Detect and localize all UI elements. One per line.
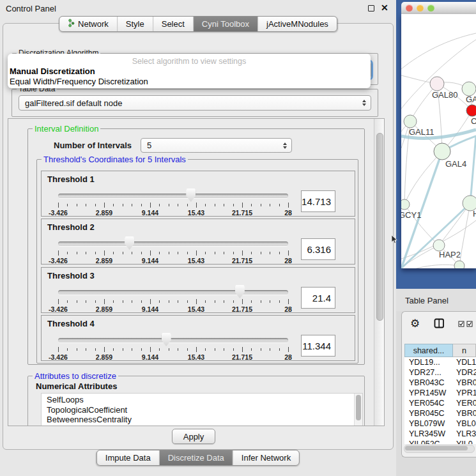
algorithm-option-equal-width-frequency-discretization[interactable]: Equal Width/Frequency Discretization	[8, 77, 371, 87]
minimize-traffic-light-icon[interactable]	[417, 4, 424, 12]
scrollbar-thumb[interactable]	[376, 133, 383, 321]
node-label-gal4: GAL4	[445, 159, 466, 169]
stepper-icon	[362, 100, 366, 106]
close-icon[interactable]: ✕	[381, 3, 388, 13]
cell-name[interactable]: YER0	[453, 399, 476, 408]
algorithm-option-manual-discretization[interactable]: Manual Discretization	[8, 66, 371, 77]
threshold-slider[interactable]: -3.4262.8599.14415.4321.71528	[58, 236, 288, 264]
threshold-value-box[interactable]: 11.344	[301, 335, 335, 357]
slider-track[interactable]	[58, 242, 288, 246]
cell-shared-name[interactable]: YBL079W	[404, 419, 453, 428]
table-rows: YDL19...YDL1YDR27...YDR2YBR043CYBR0YPR14…	[404, 357, 476, 444]
table-row[interactable]: YBR045CYBR0	[404, 408, 476, 418]
threshold-value-box[interactable]: 14.713	[301, 190, 335, 212]
attribute-item-betweennesscentrality[interactable]: BetweennessCentrality	[47, 415, 362, 425]
cell-name[interactable]: YBR0	[453, 378, 476, 387]
table-row[interactable]: YLR345WYLR3	[404, 429, 476, 439]
cell-name[interactable]: YDL1	[453, 358, 476, 367]
network-icon	[68, 19, 75, 29]
numerical-attributes-list[interactable]: SelfLoopsTopologicalCoefficientBetweenne…	[41, 393, 363, 426]
tab-discretize-data[interactable]: Discretize Data	[160, 450, 233, 465]
node-label-gal11: GAL11	[409, 127, 434, 137]
tick-label: -3.426	[49, 305, 68, 313]
slider-thumb[interactable]	[235, 285, 245, 298]
cell-name[interactable]: YBR0	[453, 409, 476, 418]
cell-shared-name[interactable]: YLR345W	[404, 429, 453, 438]
slider-thumb[interactable]	[125, 236, 134, 250]
cell-name[interactable]: YBL0	[453, 419, 476, 428]
cell-name[interactable]: YLR3	[453, 429, 476, 438]
tick-label: 28	[284, 353, 292, 361]
threshold-value-box[interactable]: 6.316	[301, 238, 335, 260]
tab-jactivemnodules[interactable]: jActiveMNodules	[258, 17, 337, 31]
settings-vertical-scrollbar[interactable]	[374, 119, 384, 426]
slider-track[interactable]	[58, 290, 288, 295]
gear-icon[interactable]: ⚙	[410, 317, 420, 330]
tab-style[interactable]: Style	[118, 17, 153, 31]
table-data-combo[interactable]: galFiltered.sif default node	[19, 95, 371, 111]
tick-label: 15.43	[188, 353, 204, 361]
tick-label: -3.426	[49, 353, 68, 361]
column-header-shared-name[interactable]: shared...	[404, 344, 453, 357]
threshold-slider[interactable]: -3.4262.8599.14415.4321.71528	[58, 188, 288, 216]
table-row[interactable]: YPR145WYPR1	[404, 388, 476, 398]
slider-tick-labels: -3.4262.8599.14415.4321.71528	[58, 353, 288, 361]
attributes-group: Attributes to discretize Numerical Attri…	[27, 376, 365, 426]
tab-select[interactable]: Select	[153, 17, 194, 31]
tab-network[interactable]: Network	[59, 17, 118, 31]
tab-cyni-toolbox[interactable]: Cyni Toolbox	[194, 17, 258, 31]
cell-shared-name[interactable]: YBR045C	[404, 409, 453, 418]
cell-name[interactable]: YDR2	[453, 368, 476, 377]
table-row[interactable]: YBR043CYBR0	[404, 378, 476, 388]
cell-shared-name[interactable]: YBR043C	[404, 378, 453, 387]
cell-shared-name[interactable]: YPR145W	[404, 388, 453, 397]
slider-thumb[interactable]	[186, 188, 196, 202]
threshold-value-box[interactable]: 21.4	[301, 287, 335, 309]
table-row[interactable]: YDL19...YDL1	[404, 357, 476, 367]
cell-shared-name[interactable]: YER054C	[404, 399, 453, 408]
tick-label: -3.426	[49, 209, 68, 217]
threshold-slider[interactable]: -3.4262.8599.14415.4321.71528	[58, 284, 288, 312]
tab-infer-network[interactable]: Infer Network	[233, 450, 299, 465]
slider-track[interactable]	[58, 194, 288, 198]
table-row[interactable]: YER054CYER0	[404, 398, 476, 408]
cell-name[interactable]: YPR1	[453, 388, 476, 397]
panel-title: Control Panel	[6, 4, 56, 13]
cell-name[interactable]: YIL0	[453, 440, 476, 444]
slider-track[interactable]	[58, 338, 288, 342]
table-row[interactable]: YBL079WYBL0	[404, 418, 476, 429]
node-label-gcy1: GCY1	[401, 210, 421, 220]
checkbox-icons[interactable]	[458, 321, 473, 327]
table-row[interactable]: YDR27...YDR2	[404, 367, 476, 378]
node-gcy1	[401, 199, 410, 210]
thresholds-group-title: Threshold's Coordinates for 5 Intervals	[42, 155, 188, 164]
close-traffic-light-icon[interactable]	[406, 4, 413, 12]
cell-shared-name[interactable]: YDR27...	[404, 368, 453, 377]
zoom-traffic-light-icon[interactable]	[427, 4, 434, 12]
table-panel-window: ⚙ shared... n YDL19...YDL1YDR27...YDR2YB…	[401, 311, 476, 457]
tab-label: Impute Data	[105, 453, 151, 463]
network-canvas[interactable]: GAL80GACGAL11GAL4GCY1HHAP2	[401, 14, 476, 268]
scrollbar-thumb[interactable]	[405, 446, 468, 450]
table-toolbar: ⚙	[402, 316, 476, 334]
table-row[interactable]: YIL052CYIL0	[404, 439, 476, 444]
slider-thumb[interactable]	[162, 333, 171, 346]
attribute-item-topologicalcoefficient[interactable]: TopologicalCoefficient	[47, 405, 362, 415]
attribute-item-selfloops[interactable]: SelfLoops	[47, 395, 362, 405]
float-window-icon[interactable]	[368, 5, 374, 12]
slider-tick-labels: -3.4262.8599.14415.4321.71528	[58, 209, 288, 217]
tick-label: 15.43	[188, 209, 204, 217]
column-header-name[interactable]: n	[453, 344, 476, 357]
threshold-slider[interactable]: -3.4262.8599.14415.4321.71528	[58, 332, 288, 360]
apply-button[interactable]: Apply	[172, 429, 215, 444]
attributes-list-scrollbar[interactable]	[354, 394, 362, 426]
tab-impute-data[interactable]: Impute Data	[97, 450, 160, 465]
columns-icon[interactable]	[434, 318, 445, 330]
number-of-intervals-combo[interactable]: 5	[141, 138, 292, 153]
cell-shared-name[interactable]: YIL052C	[404, 440, 453, 444]
tab-label: Cyni Toolbox	[202, 19, 249, 29]
cell-shared-name[interactable]: YDL19...	[404, 358, 453, 367]
interval-definition-group: Interval Definition Number of Intervals …	[27, 128, 365, 365]
tab-label: Discretize Data	[168, 453, 224, 463]
table-horizontal-scrollbar[interactable]	[404, 445, 475, 453]
